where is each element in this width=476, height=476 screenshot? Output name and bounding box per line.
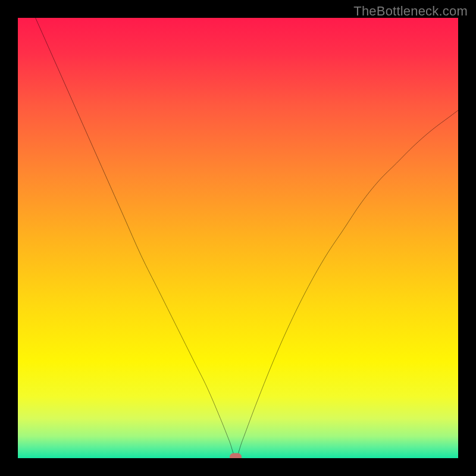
optimum-marker <box>230 453 242 458</box>
plot-area <box>18 18 458 458</box>
chart-frame: TheBottleneck.com <box>0 0 476 476</box>
bottleneck-curve <box>18 18 458 458</box>
watermark-text: TheBottleneck.com <box>353 4 468 19</box>
